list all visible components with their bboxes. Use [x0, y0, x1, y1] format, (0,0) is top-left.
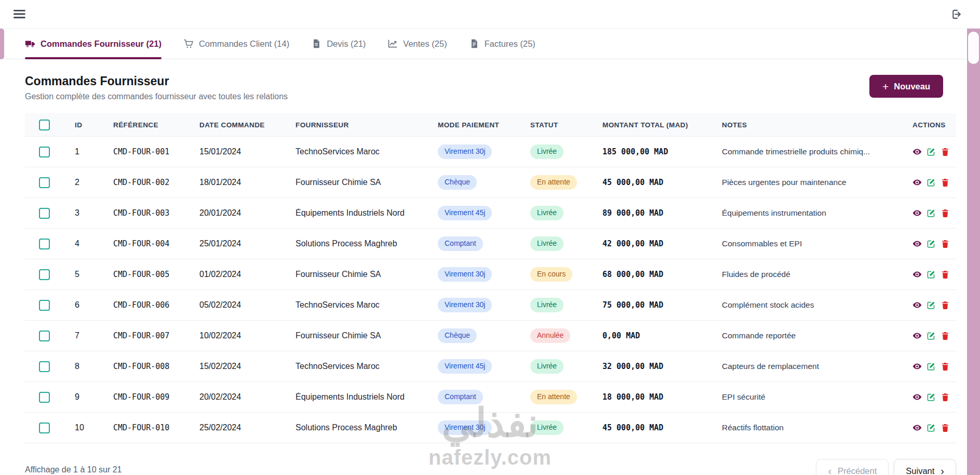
- row-checkbox[interactable]: [39, 361, 50, 372]
- edit-icon[interactable]: [927, 331, 936, 340]
- edit-icon[interactable]: [927, 300, 936, 310]
- row-checkbox[interactable]: [39, 177, 50, 188]
- cell-statut: En attente: [523, 175, 595, 190]
- cell-reference: CMD-FOUR-007: [106, 331, 192, 340]
- eye-icon[interactable]: [912, 270, 922, 279]
- trash-icon[interactable]: [941, 208, 950, 218]
- card-left-edge-accent: [0, 29, 4, 59]
- document-icon: [311, 38, 321, 49]
- cell-actions: [905, 208, 956, 218]
- cell-montant-total: 45 000,00 MAD: [595, 423, 715, 432]
- cell-date-commande: 20/01/2024: [192, 208, 288, 218]
- select-all-checkbox[interactable]: [39, 120, 50, 130]
- column-header-actions: ACTIONS: [905, 121, 956, 129]
- cell-notes: Consommables et EPI: [715, 239, 905, 248]
- orders-table: IDRÉFÉRENCEDATE COMMANDEFOURNISSEURMODE …: [25, 113, 956, 443]
- cart-icon: [183, 38, 194, 49]
- tab-commandes-client[interactable]: Commandes Client (14): [183, 29, 289, 59]
- previous-button[interactable]: ‹ Précédent: [816, 459, 889, 475]
- paiement-badge: Chèque: [438, 175, 477, 190]
- column-header-montant-total: MONTANT TOTAL (MAD): [595, 121, 715, 129]
- cell-montant-total: 45 000,00 MAD: [595, 178, 715, 187]
- cell-actions: [905, 178, 956, 187]
- eye-icon[interactable]: [912, 208, 922, 218]
- tab-label: Commandes Fournisseur (21): [41, 39, 162, 49]
- statut-badge: Livrée: [530, 206, 563, 220]
- trash-icon[interactable]: [941, 270, 950, 279]
- tab-devis[interactable]: Devis (21): [311, 29, 366, 59]
- edit-icon[interactable]: [927, 147, 936, 156]
- cell-montant-total: 75 000,00 MAD: [595, 300, 715, 310]
- trash-icon[interactable]: [941, 331, 950, 340]
- cell-statut: En attente: [523, 390, 595, 404]
- logout-icon[interactable]: [950, 8, 962, 20]
- edit-icon[interactable]: [927, 392, 936, 402]
- column-header-reference: RÉFÉRENCE: [106, 121, 192, 129]
- table-row: 5CMD-FOUR-00501/02/2024Fournisseur Chimi…: [25, 259, 956, 289]
- trash-icon[interactable]: [941, 239, 950, 248]
- eye-icon[interactable]: [912, 239, 922, 248]
- statut-badge: En cours: [530, 267, 572, 282]
- paiement-badge: Comptant: [438, 236, 483, 251]
- tab-ventes[interactable]: Ventes (25): [387, 29, 447, 59]
- eye-icon[interactable]: [912, 300, 922, 310]
- vertical-scrollbar-track[interactable]: [967, 29, 980, 475]
- row-checkbox[interactable]: [39, 423, 50, 433]
- eye-icon[interactable]: [912, 423, 922, 432]
- cell-fournisseur: Fournisseur Chimie SA: [288, 270, 431, 279]
- tab-factures[interactable]: Factures (25): [469, 29, 535, 59]
- trash-icon[interactable]: [941, 423, 950, 432]
- cell-actions: [905, 270, 956, 279]
- row-checkbox[interactable]: [39, 208, 50, 219]
- eye-icon[interactable]: [912, 392, 922, 402]
- cell-date-commande: 15/01/2024: [192, 147, 288, 156]
- edit-icon[interactable]: [927, 178, 936, 187]
- edit-icon[interactable]: [927, 239, 936, 248]
- trash-icon[interactable]: [941, 362, 950, 371]
- edit-icon[interactable]: [927, 208, 936, 218]
- paiement-badge: Comptant: [438, 390, 483, 404]
- tabs-bar: Commandes Fournisseur (21)Commandes Clie…: [4, 29, 967, 59]
- cell-id: 10: [68, 423, 106, 432]
- edit-icon[interactable]: [927, 270, 936, 279]
- row-checkbox[interactable]: [39, 239, 50, 249]
- row-checkbox[interactable]: [39, 147, 50, 157]
- table-footer: Affichage de 1 à 10 sur 21 ‹ Précédent S…: [25, 443, 956, 475]
- chart-line-icon: [387, 38, 398, 49]
- row-checkbox[interactable]: [39, 392, 50, 403]
- cell-id: 5: [68, 270, 106, 279]
- cell-fournisseur: Fournisseur Chimie SA: [288, 331, 431, 340]
- trash-icon[interactable]: [941, 147, 950, 156]
- cell-actions: [905, 362, 956, 371]
- edit-icon[interactable]: [927, 362, 936, 371]
- hamburger-icon[interactable]: [14, 7, 27, 21]
- cell-date-commande: 25/01/2024: [192, 239, 288, 248]
- cell-notes: Complément stock acides: [715, 300, 905, 310]
- new-button[interactable]: + Nouveau: [869, 75, 943, 98]
- table-row: 10CMD-FOUR-01025/02/2024Solutions Proces…: [25, 412, 956, 443]
- edit-icon[interactable]: [927, 423, 936, 432]
- eye-icon[interactable]: [912, 147, 922, 156]
- row-checkbox[interactable]: [39, 300, 50, 311]
- row-checkbox[interactable]: [39, 269, 50, 280]
- next-button[interactable]: Suivant ›: [894, 459, 956, 475]
- table-header-row: IDRÉFÉRENCEDATE COMMANDEFOURNISSEURMODE …: [25, 113, 956, 136]
- eye-icon[interactable]: [912, 331, 922, 340]
- paiement-badge: Chèque: [438, 328, 477, 343]
- trash-icon[interactable]: [941, 300, 950, 310]
- cell-statut: Livrée: [523, 420, 595, 435]
- cell-date-commande: 01/02/2024: [192, 270, 288, 279]
- eye-icon[interactable]: [912, 178, 922, 187]
- cell-reference: CMD-FOUR-006: [106, 300, 192, 310]
- eye-icon[interactable]: [912, 362, 922, 371]
- row-checkbox[interactable]: [39, 331, 50, 341]
- trash-icon[interactable]: [941, 392, 950, 402]
- cell-notes: EPI sécurité: [715, 392, 905, 402]
- trash-icon[interactable]: [941, 178, 950, 187]
- table-row: 2CMD-FOUR-00218/01/2024Fournisseur Chimi…: [25, 167, 956, 197]
- vertical-scrollbar-thumb[interactable]: [968, 32, 979, 64]
- row-checkbox-cell: [25, 147, 68, 157]
- tab-commandes-fournisseur[interactable]: Commandes Fournisseur (21): [25, 29, 162, 59]
- row-checkbox-cell: [25, 392, 68, 403]
- cell-notes: Pièces urgentes pour maintenance: [715, 178, 905, 187]
